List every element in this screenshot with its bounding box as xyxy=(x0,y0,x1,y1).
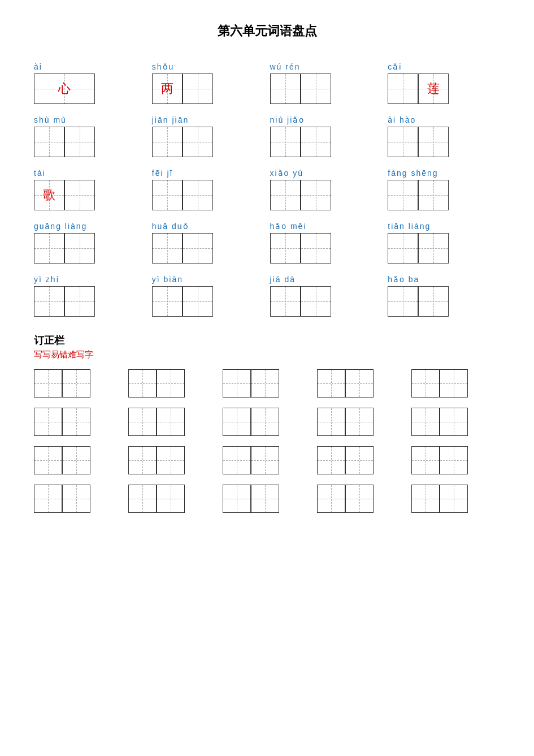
correction-char-box[interactable] xyxy=(440,408,468,436)
char-boxes xyxy=(270,180,331,210)
char-box[interactable] xyxy=(34,233,64,263)
correction-char-box[interactable] xyxy=(317,408,345,436)
char-box[interactable] xyxy=(152,233,183,263)
char-box[interactable] xyxy=(301,127,331,157)
char-box[interactable] xyxy=(418,286,449,317)
correction-char-box[interactable] xyxy=(34,408,62,436)
correction-char-box[interactable] xyxy=(223,485,251,513)
correction-char-box[interactable] xyxy=(251,408,279,436)
char-box[interactable] xyxy=(64,127,95,157)
correction-char-box[interactable] xyxy=(34,369,62,398)
char-box[interactable] xyxy=(388,233,418,263)
vocab-item: tiān liàng xyxy=(388,222,500,263)
correction-char-box[interactable] xyxy=(345,408,374,436)
correction-char-box[interactable] xyxy=(34,446,62,474)
correction-char-box[interactable] xyxy=(345,485,374,513)
correction-char-box[interactable] xyxy=(411,408,440,436)
char-box[interactable] xyxy=(34,127,64,157)
char-boxes: 莲 xyxy=(388,74,449,104)
char-box[interactable] xyxy=(64,233,95,263)
correction-char-box[interactable] xyxy=(317,369,345,398)
correction-item xyxy=(223,485,311,513)
char-box[interactable] xyxy=(388,286,418,317)
correction-char-box[interactable] xyxy=(157,446,185,474)
char-box[interactable] xyxy=(183,127,213,157)
char-box[interactable] xyxy=(183,74,213,104)
vocab-grid: ài心shǒu两wú réncǎi莲shù mùjiān jiānniú jiǎ… xyxy=(34,62,500,317)
correction-char-box[interactable] xyxy=(440,369,468,398)
char-box[interactable] xyxy=(388,180,418,210)
char-box[interactable] xyxy=(270,74,301,104)
char-box[interactable] xyxy=(152,286,183,317)
correction-char-box[interactable] xyxy=(317,485,345,513)
char-box[interactable] xyxy=(270,127,301,157)
char-box[interactable] xyxy=(34,286,64,317)
correction-char-box[interactable] xyxy=(34,485,62,513)
correction-char-box[interactable] xyxy=(223,369,251,398)
pinyin-label: yì biān xyxy=(152,275,183,284)
char-box[interactable] xyxy=(301,74,331,104)
correction-char-box[interactable] xyxy=(440,485,468,513)
char-box[interactable] xyxy=(270,233,301,263)
correction-char-box[interactable] xyxy=(317,446,345,474)
correction-item xyxy=(34,446,123,474)
correction-char-box[interactable] xyxy=(62,369,90,398)
pinyin-label: tiān liàng xyxy=(388,222,431,231)
correction-char-box[interactable] xyxy=(128,485,157,513)
correction-char-box[interactable] xyxy=(411,369,440,398)
vocab-item: cǎi莲 xyxy=(388,62,500,104)
correction-char-box[interactable] xyxy=(345,369,374,398)
char-box[interactable] xyxy=(301,180,331,210)
char-box[interactable]: 莲 xyxy=(418,74,449,104)
char-box[interactable] xyxy=(301,233,331,263)
correction-char-box[interactable] xyxy=(128,408,157,436)
correction-char-box[interactable] xyxy=(345,446,374,474)
correction-char-box[interactable] xyxy=(251,446,279,474)
char-boxes xyxy=(34,233,95,263)
char-box[interactable]: 歌 xyxy=(34,180,64,210)
char-box[interactable] xyxy=(183,286,213,317)
correction-char-box[interactable] xyxy=(251,485,279,513)
vocab-item: guāng liàng xyxy=(34,222,146,263)
vocab-item: hǎo ba xyxy=(388,275,500,317)
correction-char-box[interactable] xyxy=(411,485,440,513)
pinyin-label: huā duǒ xyxy=(152,222,189,231)
char-box[interactable] xyxy=(64,286,95,317)
pinyin-label: jiān jiān xyxy=(152,115,189,124)
vocab-item: ài心 xyxy=(34,62,146,104)
correction-char-box[interactable] xyxy=(157,408,185,436)
pinyin-label: wú rén xyxy=(270,62,301,71)
char-box[interactable] xyxy=(64,180,95,210)
char-box[interactable] xyxy=(388,74,418,104)
correction-char-box[interactable] xyxy=(157,485,185,513)
pinyin-label: fàng shēng xyxy=(388,169,438,178)
char-boxes xyxy=(152,127,213,157)
char-box[interactable] xyxy=(418,127,449,157)
vocab-item: tái歌 xyxy=(34,169,146,210)
char-box[interactable] xyxy=(152,127,183,157)
char-box[interactable] xyxy=(418,233,449,263)
char-box[interactable] xyxy=(270,286,301,317)
char-box[interactable] xyxy=(388,127,418,157)
char-box[interactable] xyxy=(418,180,449,210)
correction-char-box[interactable] xyxy=(128,446,157,474)
correction-char-box[interactable] xyxy=(251,369,279,398)
correction-char-box[interactable] xyxy=(128,369,157,398)
char-box[interactable]: 两 xyxy=(152,74,183,104)
char-box[interactable] xyxy=(301,286,331,317)
vocab-item: wú rén xyxy=(270,62,383,104)
char-box[interactable] xyxy=(183,180,213,210)
correction-char-box[interactable] xyxy=(62,485,90,513)
correction-char-box[interactable] xyxy=(62,446,90,474)
correction-char-box[interactable] xyxy=(440,446,468,474)
char-box[interactable] xyxy=(152,180,183,210)
correction-char-box[interactable] xyxy=(157,369,185,398)
char-box[interactable] xyxy=(270,180,301,210)
correction-char-box[interactable] xyxy=(411,446,440,474)
correction-char-box[interactable] xyxy=(223,446,251,474)
correction-char-box[interactable] xyxy=(62,408,90,436)
correction-char-box[interactable] xyxy=(223,408,251,436)
char-box[interactable]: 心 xyxy=(34,74,95,104)
char-box[interactable] xyxy=(183,233,213,263)
section-subtitle: 写写易错难写字 xyxy=(34,349,500,360)
